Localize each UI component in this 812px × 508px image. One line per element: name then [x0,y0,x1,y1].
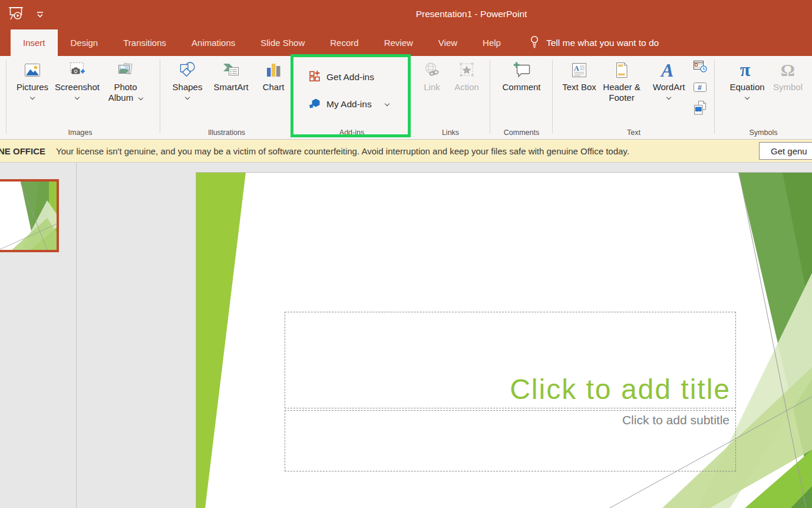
group-label-comments: Comments [490,128,553,137]
slide-thumbnail-panel[interactable] [0,163,77,508]
wordart-icon: A [659,60,679,80]
equation-button[interactable]: π Equation [725,56,769,99]
chevron-down-icon [185,95,190,100]
svg-text:Ω: Ω [781,60,795,80]
comment-button[interactable]: Comment [495,56,548,93]
svg-text:#: # [698,84,702,92]
equation-icon: π [737,60,757,80]
text-box-button[interactable]: A Text Box [562,56,596,93]
ribbon-tab-strip: Insert Design Transitions Animations Sli… [0,28,812,56]
photo-album-label: Photo Album [103,82,148,103]
chevron-down-icon [30,95,35,100]
tell-me-search[interactable]: Tell me what you want to do [529,29,659,56]
action-label: Action [454,82,479,93]
ribbon: Pictures Screenshot [0,56,812,140]
chevron-down-icon [138,95,143,100]
header-footer-label: Header & Footer [596,82,647,103]
shapes-label: Shapes [173,82,203,93]
wordart-button[interactable]: A WordArt [647,56,691,99]
slide-number-button[interactable]: # [692,80,708,97]
chart-icon [263,60,283,80]
group-symbols: π Equation Ω Symbol Symbols [715,56,812,139]
smartart-button[interactable]: SmartArt [206,56,256,93]
action-button: Action [448,56,485,93]
customize-quick-access-icon[interactable] [35,10,45,17]
svg-text:A: A [660,60,674,80]
title-bar: Presentation1 - PowerPoint [0,0,812,28]
tab-design[interactable]: Design [58,29,111,56]
license-prefix-label: NE OFFICE [0,146,45,156]
action-icon [457,60,477,80]
chart-label: Chart [263,82,285,93]
tab-transitions[interactable]: Transitions [111,29,179,56]
tab-review[interactable]: Review [372,29,425,56]
symbol-label: Symbol [773,82,803,93]
lightbulb-icon [529,35,540,51]
photo-album-icon [115,60,136,80]
my-addins-icon [308,97,321,112]
group-label-links: Links [411,128,490,137]
subtitle-placeholder[interactable]: Click to add subtitle [285,410,736,471]
group-text: A Text Box Header & Footer [553,56,715,139]
tab-slide-show[interactable]: Slide Show [248,29,317,56]
license-warning-bar: NE OFFICE Your license isn't genuine, an… [0,140,812,162]
license-message: Your license isn't genuine, and you may … [56,146,629,156]
tab-view[interactable]: View [426,29,470,56]
group-comments: Comment Comments [490,56,553,139]
photo-album-button[interactable]: Photo Album [103,56,148,103]
wordart-label: WordArt [653,82,685,93]
get-addins-icon [308,70,321,85]
shapes-icon [177,60,197,80]
svg-text:π: π [740,60,751,80]
tab-help[interactable]: Help [470,29,513,56]
slide-canvas[interactable]: Click to add title Click to add subtitle [196,173,812,508]
title-placeholder[interactable]: Click to add title [285,312,736,408]
my-add-ins-button[interactable]: My Add-ins [308,95,389,113]
link-label: Link [424,82,440,93]
group-links: Link Action Links [411,56,490,139]
tab-record[interactable]: Record [318,29,371,56]
tell-me-label: Tell me what you want to do [546,38,659,48]
link-button: Link [415,56,448,93]
date-time-icon [692,59,708,77]
tab-insert[interactable]: Insert [11,29,58,56]
object-button[interactable] [692,101,708,117]
group-add-ins: Get Add-ins My Add-ins Add-ins [293,56,411,139]
start-slideshow-icon[interactable] [7,5,25,22]
group-illustrations: Shapes SmartArt [160,56,293,139]
chevron-down-icon [75,95,80,100]
get-add-ins-button[interactable]: Get Add-ins [308,68,374,86]
get-add-ins-label: Get Add-ins [326,72,374,83]
text-box-icon: A [569,60,589,80]
chart-button[interactable]: Chart [256,56,291,93]
my-add-ins-label: My Add-ins [326,99,372,110]
screenshot-icon [67,60,87,80]
chevron-down-icon [745,95,750,100]
slide-number-icon: # [692,81,708,96]
smartart-label: SmartArt [213,82,248,93]
equation-label: Equation [730,82,764,93]
link-icon [422,60,442,80]
shapes-button[interactable]: Shapes [169,56,206,99]
pictures-icon [22,60,42,80]
workspace: Click to add title Click to add subtitle [0,162,812,508]
pictures-button[interactable]: Pictures [13,56,52,99]
symbol-button: Ω Symbol [769,56,807,93]
text-box-label: Text Box [562,82,596,93]
subtitle-placeholder-text: Click to add subtitle [622,413,730,427]
svg-text:A: A [574,64,579,72]
screenshot-button[interactable]: Screenshot [52,56,103,99]
slide-thumbnail-1[interactable] [0,179,59,252]
date-time-button[interactable] [692,60,708,76]
smartart-icon [221,60,241,80]
get-genuine-office-button[interactable]: Get genu [759,142,812,160]
group-label-text: Text [553,128,715,137]
group-label-add-ins: Add-ins [293,128,411,137]
header-footer-button[interactable]: Header & Footer [596,56,647,103]
group-label-images: Images [0,128,160,137]
title-placeholder-text: Click to add title [510,375,735,408]
chevron-down-icon [666,95,671,100]
tab-animations[interactable]: Animations [179,29,247,56]
comment-icon [511,60,532,80]
screenshot-label: Screenshot [55,82,100,93]
